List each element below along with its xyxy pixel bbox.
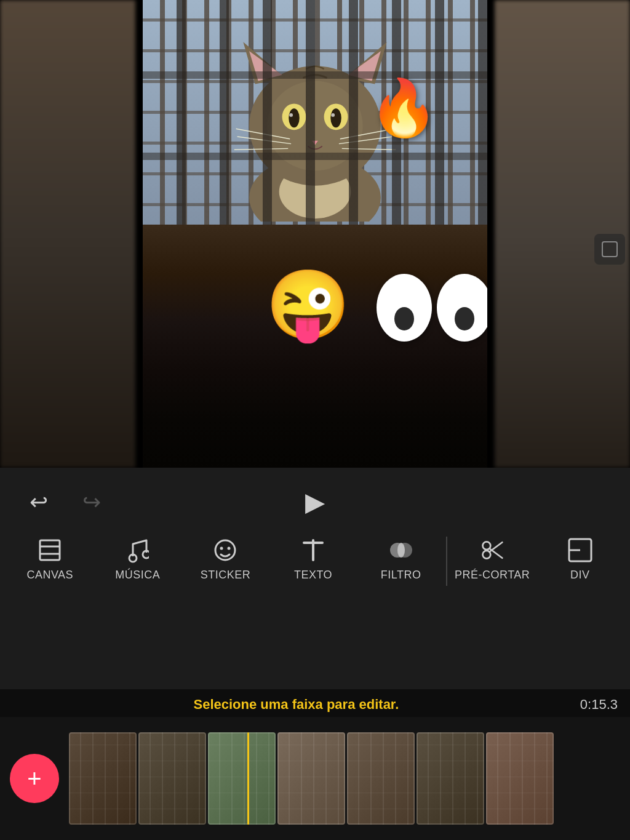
music-icon [127,537,149,564]
redo-icon: ↪ [82,491,101,513]
clip-3[interactable] [208,732,276,825]
playhead [247,732,249,825]
timeline-clips[interactable] [69,732,630,825]
svg-point-12 [289,113,293,117]
play-button[interactable]: ▶ [305,489,325,515]
svg-point-34 [397,543,405,558]
redo-button[interactable]: ↪ [78,486,106,518]
tools-row: CANVAS MÚSICA S [0,524,630,592]
wink-sticker[interactable]: 😜 [266,271,350,338]
divide-label: DIV [570,569,590,582]
canvas-icon [38,537,62,564]
pupil-right [455,307,474,330]
svg-point-10 [289,108,300,127]
clip-4[interactable] [277,732,345,825]
preview-thumb [594,234,625,265]
video-preview: 🔥 😜 [0,0,630,468]
timeline-area: + [0,717,630,840]
pupil-left [394,307,414,330]
svg-line-38 [490,548,503,558]
trim-label: PRÉ-CORTAR [455,569,530,582]
playback-row: ↩ ↪ ▶ [0,468,630,524]
play-icon: ▶ [305,487,325,516]
svg-rect-21 [602,242,617,257]
tool-text[interactable]: TEXTO [269,537,357,582]
eyes-sticker[interactable] [377,274,487,342]
tool-music[interactable]: MÚSICA [94,537,182,582]
select-track-hint: Selecione uma faixa para editar. [12,697,580,713]
tool-trim[interactable]: PRÉ-CORTAR [449,537,536,582]
svg-point-29 [228,547,231,550]
undo-icon: ↩ [30,491,48,513]
text-icon [301,537,325,564]
eye-right [437,274,487,342]
svg-point-11 [330,108,341,127]
bottom-hint-bar: Selecione uma faixa para editar. 0:15.3 [0,689,630,720]
svg-point-13 [331,113,335,117]
canvas-label: CANVAS [26,569,73,582]
svg-point-7 [267,81,363,171]
sticker-label: STICKER [201,569,251,582]
divide-icon [568,537,592,564]
scissors-icon [480,537,504,564]
clip-1[interactable] [69,732,137,825]
video-bottom [143,225,487,468]
svg-point-28 [220,547,223,550]
music-label: MÚSICA [115,569,160,582]
sticker-icon [213,537,237,564]
clip-6[interactable] [417,732,484,825]
filter-icon [388,537,415,564]
filter-label: FILTRO [381,569,421,582]
clip-7[interactable] [486,732,554,825]
side-preview-left [0,0,135,468]
add-icon: + [27,766,41,791]
tool-sticker[interactable]: STICKER [181,537,269,582]
tool-canvas[interactable]: CANVAS [6,537,94,582]
tool-filter[interactable]: FILTRO [357,537,445,582]
tool-divide[interactable]: DIV [536,537,624,582]
add-clip-button[interactable]: + [10,754,59,803]
video-main-frame: 🔥 😜 [143,0,487,468]
undo-button[interactable]: ↩ [25,486,53,518]
controls-area: ↩ ↪ ▶ CANVAS [0,468,630,840]
svg-rect-22 [40,540,60,560]
tool-divider [446,537,447,586]
text-label: TEXTO [294,569,332,582]
clip-2[interactable] [138,732,206,825]
eye-left [377,274,432,342]
clip-5[interactable] [347,732,415,825]
fire-sticker[interactable]: 🔥 [369,80,438,135]
duration-display: 0:15.3 [580,697,618,713]
